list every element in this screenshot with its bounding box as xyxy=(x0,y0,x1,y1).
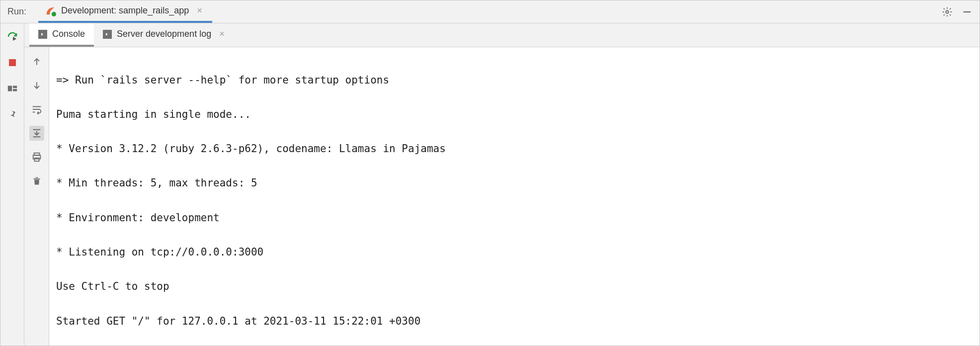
soft-wrap-icon[interactable] xyxy=(29,102,44,117)
trash-icon[interactable] xyxy=(29,173,44,188)
tab-server-log[interactable]: Server development log × xyxy=(94,23,237,47)
tab-console[interactable]: Console xyxy=(29,23,94,47)
console-line: => Run `rails server --help` for more st… xyxy=(56,72,980,89)
svg-rect-3 xyxy=(7,86,11,91)
console-toolbar xyxy=(24,47,49,346)
console-line: * Min threads: 5, max threads: 5 xyxy=(56,174,980,192)
console-tab-icon xyxy=(38,30,47,39)
svg-rect-4 xyxy=(12,86,16,88)
stop-icon[interactable] xyxy=(6,56,19,69)
console-output[interactable]: => Run `rails server --help` for more st… xyxy=(49,47,980,346)
console-line: Use Ctrl-C to stop xyxy=(56,278,980,295)
server-log-tab-icon xyxy=(103,30,112,39)
svg-point-1 xyxy=(946,10,949,13)
print-icon[interactable] xyxy=(29,150,44,165)
gear-icon[interactable] xyxy=(942,6,953,17)
rails-icon xyxy=(45,5,56,16)
console-line: * Environment: development xyxy=(56,209,980,227)
up-arrow-icon[interactable] xyxy=(29,54,44,69)
run-config-tab-label: Development: sample_rails_app xyxy=(61,5,189,16)
svg-rect-5 xyxy=(12,89,16,91)
svg-point-0 xyxy=(52,11,56,16)
run-tool-window: Run: Development: sample_rails_app × xyxy=(0,0,980,346)
tab-server-log-label: Server development log xyxy=(117,29,211,39)
run-config-tab[interactable]: Development: sample_rails_app × xyxy=(38,0,212,23)
console-line: * Version 3.12.2 (ruby 2.6.3-p62), coden… xyxy=(56,140,980,158)
pin-icon[interactable] xyxy=(6,108,19,121)
minimize-icon[interactable] xyxy=(962,6,973,17)
console-line: Started GET "/" for 127.0.0.1 at 2021-03… xyxy=(56,313,980,330)
tool-window-header: Run: Development: sample_rails_app × xyxy=(0,0,980,23)
run-vertical-toolbar xyxy=(0,23,24,346)
console-tabs: Console Server development log × xyxy=(24,23,980,47)
tool-window-title: Run: xyxy=(7,6,26,17)
console-line: * Listening on tcp://0.0.0.0:3000 xyxy=(56,244,980,261)
console-line: Puma starting in single mode... xyxy=(56,106,980,123)
rerun-icon[interactable] xyxy=(6,30,19,43)
close-icon[interactable]: × xyxy=(194,5,205,16)
tab-console-label: Console xyxy=(52,29,85,39)
layout-icon[interactable] xyxy=(6,82,19,95)
down-arrow-icon[interactable] xyxy=(29,78,44,93)
scroll-to-end-icon[interactable] xyxy=(29,126,44,141)
close-icon[interactable]: × xyxy=(216,29,228,39)
